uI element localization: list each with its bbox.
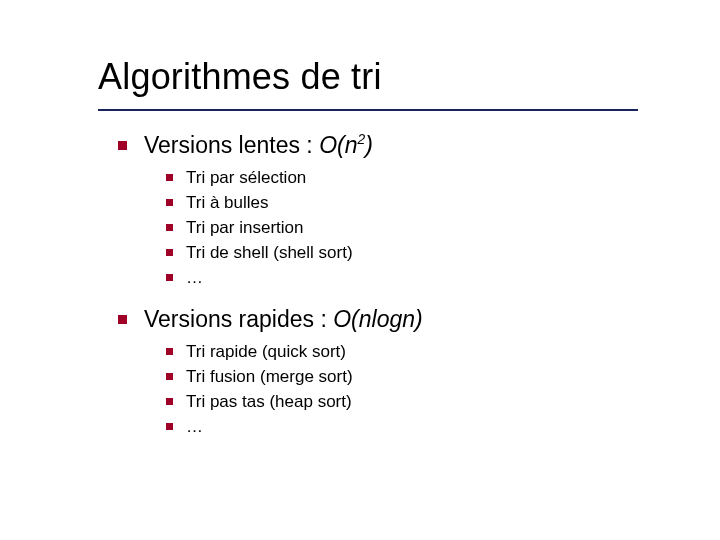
title-underline [98,109,638,111]
content-area: Versions lentes : O(n2) Tri par sélectio… [98,130,720,439]
list-item: Tri par insertion [166,217,720,240]
slide-title: Algorithmes de tri [98,56,720,98]
list-item: Tri à bulles [166,192,720,215]
list-item: … [166,416,720,439]
slide: Algorithmes de tri Versions lentes : O(n… [0,0,720,540]
list-item: Tri pas tas (heap sort) [166,391,720,414]
sub-list: Tri par sélection Tri à bulles Tri par i… [144,167,720,290]
complexity-base: O(n [319,132,357,158]
complexity-tail: ) [365,132,373,158]
sub-list: Tri rapide (quick sort) Tri fusion (merg… [144,341,720,439]
section-fast: Versions rapides : O(nlogn) Tri rapide (… [118,304,720,439]
section-label: Versions lentes : [144,132,319,158]
list-item: Tri fusion (merge sort) [166,366,720,389]
complexity: O(nlogn) [333,306,422,332]
section-slow: Versions lentes : O(n2) Tri par sélectio… [118,130,720,290]
list-item: Tri rapide (quick sort) [166,341,720,364]
list-item: Tri de shell (shell sort) [166,242,720,265]
list-item: Tri par sélection [166,167,720,190]
bullet-list-level1: Versions lentes : O(n2) Tri par sélectio… [98,130,720,439]
section-label: Versions rapides : [144,306,333,332]
complexity-base: O(nlogn) [333,306,422,332]
list-item: … [166,267,720,290]
complexity: O(n2) [319,132,373,158]
